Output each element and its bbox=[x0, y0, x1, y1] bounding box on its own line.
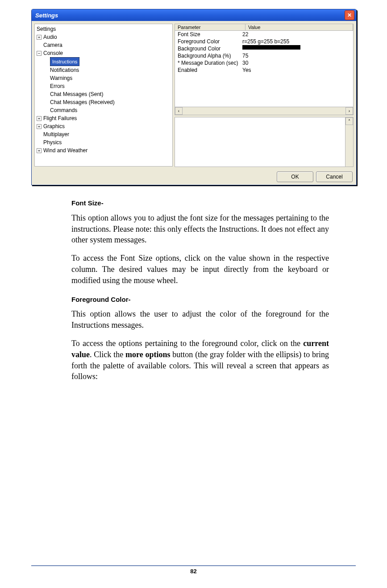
scroll-up-icon[interactable]: ˄ bbox=[345, 117, 353, 125]
tree-item-console[interactable]: − Console bbox=[37, 49, 171, 57]
close-button[interactable]: ✕ bbox=[345, 10, 354, 20]
tree-item-chat-received[interactable]: Chat Messages (Received) bbox=[37, 98, 171, 106]
cell-value[interactable]: 22 bbox=[242, 31, 350, 38]
cell-value[interactable]: 30 bbox=[242, 59, 350, 67]
collapse-icon[interactable]: − bbox=[37, 51, 42, 56]
vertical-scrollbar[interactable]: ˄ bbox=[345, 117, 353, 167]
tree-item-flight-failures[interactable]: + Flight Failures bbox=[37, 114, 171, 122]
close-icon: ✕ bbox=[347, 12, 352, 18]
tree-label: Notifications bbox=[50, 66, 79, 74]
header-value[interactable]: Value bbox=[246, 24, 353, 30]
tree-label: Camera bbox=[43, 41, 62, 49]
tree-item-instructions[interactable]: Instructions bbox=[37, 57, 171, 66]
page-number: 82 bbox=[31, 568, 356, 575]
cell-param: Foreground Color bbox=[178, 38, 242, 45]
client-area: Settings + Audio Camera − Console bbox=[32, 21, 356, 185]
tree-label: Chat Messages (Sent) bbox=[50, 90, 103, 98]
bold-text: more options bbox=[125, 350, 171, 359]
titlebar[interactable]: Settings ✕ bbox=[32, 9, 356, 21]
footer-rule bbox=[31, 565, 356, 566]
expand-icon[interactable]: + bbox=[37, 148, 42, 153]
window-title: Settings bbox=[35, 12, 58, 19]
tree-pane[interactable]: Settings + Audio Camera − Console bbox=[34, 24, 173, 167]
table-header: Parameter Value bbox=[175, 24, 353, 31]
table-row[interactable]: Background Color bbox=[175, 45, 353, 52]
parameter-table-pane: Parameter Value Font Size 22 Foreground … bbox=[175, 24, 354, 115]
cell-value[interactable]: Yes bbox=[242, 67, 350, 74]
tree-label-selected: Instructions bbox=[50, 57, 79, 66]
tree-item-notifications[interactable]: Notifications bbox=[37, 66, 171, 74]
expand-icon[interactable]: + bbox=[37, 35, 42, 40]
tree-label: Console bbox=[43, 49, 63, 57]
tree-root-label: Settings bbox=[37, 25, 56, 33]
tree-item-multiplayer[interactable]: Multiplayer bbox=[37, 130, 171, 138]
horizontal-scrollbar[interactable]: ‹ › bbox=[175, 107, 353, 115]
document-body: Font Size- This option allows you to adj… bbox=[71, 199, 329, 382]
color-swatch-black[interactable] bbox=[242, 45, 300, 50]
tree-item-chat-sent[interactable]: Chat Messages (Sent) bbox=[37, 90, 171, 98]
tree-label: Graphics bbox=[43, 122, 65, 130]
tree-item-physics[interactable]: Physics bbox=[37, 138, 171, 146]
tree-label: Physics bbox=[43, 138, 62, 146]
cell-param: Font Size bbox=[178, 31, 242, 38]
cell-param: Enabled bbox=[178, 67, 242, 74]
paragraph: This option allows you to adjust the fon… bbox=[71, 213, 329, 246]
tree-label: Audio bbox=[43, 33, 57, 41]
cell-param: Background Color bbox=[178, 45, 242, 52]
tree-item-camera[interactable]: Camera bbox=[37, 41, 171, 49]
table-row[interactable]: Font Size 22 bbox=[175, 31, 353, 38]
cancel-button[interactable]: Cancel bbox=[316, 171, 353, 182]
table-row[interactable]: * Message Duration (sec) 30 bbox=[175, 59, 353, 67]
tree-label: Wind and Weather bbox=[43, 146, 87, 154]
cell-value[interactable]: r=255 g=255 b=255 bbox=[242, 38, 350, 45]
scroll-left-icon[interactable]: ‹ bbox=[175, 107, 183, 115]
tree-label: Errors bbox=[50, 82, 65, 90]
tree-root[interactable]: Settings bbox=[37, 25, 171, 33]
tree-label: Multiplayer bbox=[43, 130, 69, 138]
expand-icon[interactable]: + bbox=[37, 116, 42, 121]
paragraph: To access the options pertaining to the … bbox=[71, 338, 329, 382]
cell-value[interactable] bbox=[242, 45, 350, 52]
tree-item-errors[interactable]: Errors bbox=[37, 82, 171, 90]
tree-item-audio[interactable]: + Audio bbox=[37, 33, 171, 41]
button-bar: OK Cancel bbox=[34, 169, 354, 182]
settings-window: Settings ✕ Settings + Audio bbox=[31, 9, 357, 185]
table-row[interactable]: Enabled Yes bbox=[175, 67, 353, 74]
tree-label: Commands bbox=[50, 106, 77, 114]
tree-label: Chat Messages (Received) bbox=[50, 98, 115, 106]
ok-button[interactable]: OK bbox=[277, 171, 313, 182]
page-footer: 82 bbox=[31, 565, 356, 575]
expand-icon[interactable]: + bbox=[37, 124, 42, 129]
cell-param: * Message Duration (sec) bbox=[178, 59, 242, 67]
tree-item-warnings[interactable]: Warnings bbox=[37, 74, 171, 82]
tree-label: Warnings bbox=[50, 74, 72, 82]
cell-param: Background Alpha (%) bbox=[178, 52, 242, 59]
tree-item-wind-weather[interactable]: + Wind and Weather bbox=[37, 146, 171, 154]
header-parameter[interactable]: Parameter bbox=[175, 24, 246, 30]
table-row[interactable]: Foreground Color r=255 g=255 b=255 bbox=[175, 38, 353, 45]
paragraph: This option allows the user to adjust th… bbox=[71, 309, 329, 331]
tree-label: Flight Failures bbox=[43, 114, 77, 122]
table-row[interactable]: Background Alpha (%) 75 bbox=[175, 52, 353, 59]
tree-item-commands[interactable]: Commands bbox=[37, 106, 171, 114]
tree-item-graphics[interactable]: + Graphics bbox=[37, 122, 171, 130]
scroll-right-icon[interactable]: › bbox=[345, 107, 353, 115]
heading-font-size: Font Size- bbox=[71, 199, 329, 208]
heading-foreground-color: Foreground Color- bbox=[71, 295, 329, 304]
paragraph: To access the Font Size options, click o… bbox=[71, 253, 329, 286]
description-pane: ˄ bbox=[175, 117, 354, 167]
cell-value[interactable]: 75 bbox=[242, 52, 350, 59]
